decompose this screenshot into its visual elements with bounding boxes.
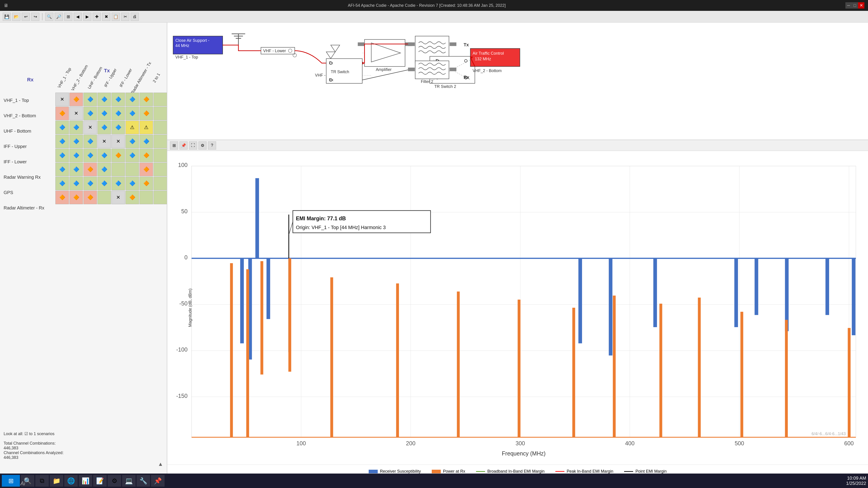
undo-button[interactable]: ↩ [22,13,30,21]
cell-4-5[interactable]: 🔷 [125,149,139,162]
cell-5-2[interactable]: 🔶 [84,163,97,176]
cell-0-4[interactable]: 🔷 [112,93,125,106]
cell-3-2[interactable]: 🔷 [84,135,97,148]
app2-button[interactable]: 📝 [93,475,107,487]
cell-1-5[interactable]: 🔷 [125,107,139,120]
cell-5-0[interactable]: 🔷 [55,163,69,176]
cell-5-1[interactable]: 🔷 [69,163,83,176]
chart-zoom-all[interactable]: ⊞ [170,141,178,150]
cell-1-6[interactable]: 🔶 [140,107,153,120]
cell-6-4[interactable]: 🔷 [112,177,125,190]
cell-1-2[interactable]: 🔷 [84,107,97,120]
close-button[interactable]: ✕ [858,2,864,8]
cell-6-3[interactable]: 🔷 [97,177,111,190]
cell-0-5[interactable]: 🔷 [125,93,139,106]
cell-1-7[interactable] [153,107,167,120]
cell-4-0[interactable]: 🔷 [55,149,69,162]
chart-expand[interactable]: ⛶ [189,141,197,150]
add-button[interactable]: ✚ [93,13,101,21]
cell-6-2[interactable]: 🔷 [84,177,97,190]
svg-text:TR Switch 2: TR Switch 2 [434,84,456,89]
print-button[interactable]: 🖨 [131,13,139,21]
app5-button[interactable]: 🔧 [136,475,150,487]
open-button[interactable]: 📂 [12,13,20,21]
cell-5-4[interactable] [112,163,125,176]
cell-7-5[interactable]: 🔶 [125,191,139,204]
cell-7-2[interactable]: 🔶 [84,191,97,204]
cell-2-4[interactable]: 🔷 [112,121,125,134]
cell-7-4[interactable]: ✕ [112,191,125,204]
cell-6-7[interactable] [153,177,167,190]
cell-2-7[interactable] [153,121,167,134]
cell-2-2[interactable]: ✕ [84,121,97,134]
cell-1-3[interactable]: 🔷 [97,107,111,120]
cell-4-6[interactable]: 🔶 [140,149,153,162]
minimize-button[interactable]: ─ [845,2,852,8]
app1-button[interactable]: 📊 [79,475,92,487]
cell-2-6[interactable]: ⚠ [140,121,153,134]
cut-button[interactable]: ✂ [121,13,129,21]
cell-7-1[interactable]: 🔶 [69,191,83,204]
cell-3-0[interactable]: 🔷 [55,135,69,148]
cell-5-6[interactable]: 🔶 [140,163,153,176]
start-button[interactable]: ⊞ [2,475,20,487]
app3-button[interactable]: ⚙ [107,475,121,487]
grid-button[interactable]: ⊞ [64,13,72,21]
save-button[interactable]: 💾 [3,13,11,21]
file-explorer-button[interactable]: 📁 [50,475,63,487]
prev-button[interactable]: ◀ [74,13,82,21]
chart-help[interactable]: ? [208,141,216,150]
cell-6-5[interactable]: 🔷 [125,177,139,190]
cell-3-7[interactable] [153,135,167,148]
cell-6-0[interactable]: 🔷 [55,177,69,190]
cell-0-7[interactable] [153,93,167,106]
edge-button[interactable]: 🌐 [64,475,78,487]
cell-4-1[interactable]: 🔷 [69,149,83,162]
cell-5-7[interactable] [153,163,167,176]
app4-button[interactable]: 💻 [122,475,135,487]
copy-button[interactable]: 📋 [112,13,120,21]
cell-0-0[interactable]: ✕ [55,93,69,106]
clock-time: 10:09 AM [846,476,866,481]
cell-3-1[interactable]: 🔷 [69,135,83,148]
cell-1-0[interactable]: 🔶 [55,107,69,120]
cell-2-1[interactable]: 🔷 [69,121,83,134]
cell-3-4[interactable]: ✕ [112,135,125,148]
cell-4-2[interactable]: 🔷 [84,149,97,162]
chart-pin[interactable]: 📌 [180,141,188,150]
cell-0-3[interactable]: 🔷 [97,93,111,106]
cell-0-1[interactable]: 🔶 [69,93,83,106]
cell-3-5[interactable]: 🔷 [125,135,139,148]
cell-7-3[interactable] [97,191,111,204]
cell-5-3[interactable]: 🔷 [97,163,111,176]
cell-0-2[interactable]: 🔷 [84,93,97,106]
cell-0-6[interactable]: 🔶 [140,93,153,106]
redo-button[interactable]: ↪ [31,13,39,21]
cell-3-6[interactable]: 🔷 [140,135,153,148]
taskview-button[interactable]: ⧉ [35,475,49,487]
cell-4-4[interactable]: 🔶 [112,149,125,162]
cell-7-6[interactable] [140,191,153,204]
matrix-area: Tx Rx VHF_1 - Top VHF_2 - Bottom UHF - B… [0,23,167,213]
cell-6-6[interactable]: 🔶 [140,177,153,190]
cell-6-1[interactable]: 🔷 [69,177,83,190]
next-button[interactable]: ▶ [83,13,91,21]
expand-icon[interactable]: ▲ [158,461,163,467]
cell-1-4[interactable]: 🔷 [112,107,125,120]
chart-settings[interactable]: ⚙ [198,141,207,150]
cell-1-1[interactable]: ✕ [69,107,83,120]
zoom-in-button[interactable]: 🔍 [45,13,53,21]
zoom-out-button[interactable]: 🔎 [55,13,63,21]
cell-5-5[interactable] [125,163,139,176]
cell-4-7[interactable] [153,149,167,162]
cell-4-3[interactable]: 🔷 [97,149,111,162]
app6-button[interactable]: 📌 [151,475,164,487]
cell-2-5[interactable]: ⚠ [125,121,139,134]
cell-2-0[interactable]: 🔷 [55,121,69,134]
remove-button[interactable]: ✖ [102,13,110,21]
cell-7-0[interactable]: 🔶 [55,191,69,204]
cell-3-3[interactable]: ✕ [97,135,111,148]
maximize-button[interactable]: □ [852,2,858,8]
cell-2-3[interactable]: 🔷 [97,121,111,134]
cell-7-7[interactable] [153,191,167,204]
